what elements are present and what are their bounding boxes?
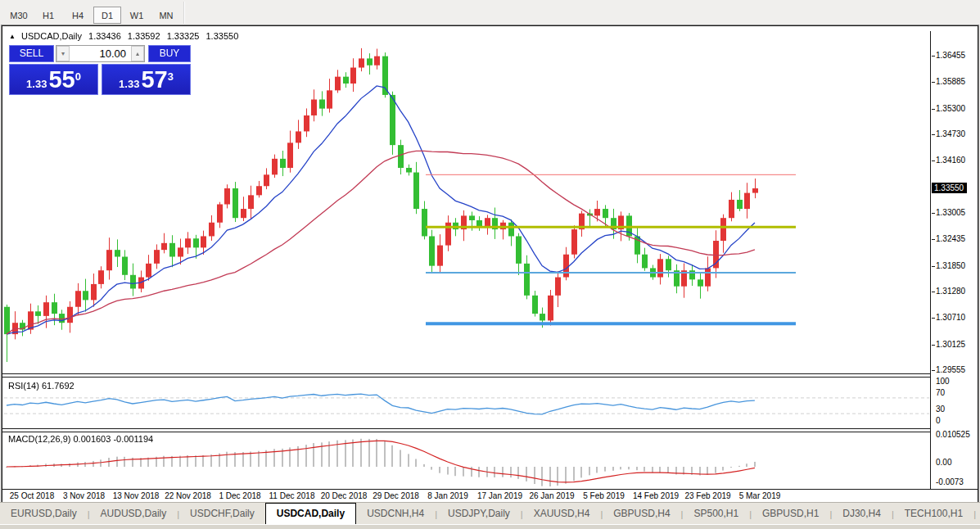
rsi-level-label: 30 bbox=[936, 405, 945, 414]
date-axis-label: 29 Dec 2018 bbox=[373, 491, 419, 500]
price-axis-label: 1.35300 bbox=[936, 104, 965, 113]
tab-usdcnhh4[interactable]: USDCNH,H4 bbox=[356, 504, 435, 524]
buy-price-big: 57 bbox=[141, 67, 167, 92]
price-axis-label: 1.32435 bbox=[936, 234, 965, 243]
date-axis-label: 3 Nov 2018 bbox=[63, 491, 105, 500]
buy-price-box[interactable]: 1.33 57 3 bbox=[102, 64, 191, 95]
timeframe-button-w1[interactable]: W1 bbox=[123, 7, 151, 24]
tab-usdcaddaily[interactable]: USDCAD,Daily bbox=[265, 503, 356, 524]
price-axis-label: 1.36455 bbox=[936, 51, 965, 60]
date-axis-label: 26 Jan 2019 bbox=[529, 491, 574, 500]
tab-sp500h1[interactable]: SP500,H1 bbox=[683, 504, 749, 524]
volume-spinner: ▾ ▴ bbox=[56, 45, 145, 62]
date-axis-label: 14 Feb 2019 bbox=[633, 491, 679, 500]
pane-separator[interactable] bbox=[2, 432, 978, 432]
date-axis-label: 23 Feb 2019 bbox=[684, 491, 730, 500]
pane-separator[interactable] bbox=[2, 428, 978, 429]
price-axis-label: 1.33005 bbox=[936, 208, 965, 217]
toolbar-separator bbox=[183, 2, 185, 24]
price-axis-label: 1.31280 bbox=[936, 287, 965, 296]
date-axis-label: 25 Oct 2018 bbox=[10, 491, 54, 500]
price-axis[interactable]: 1.364551.358851.353001.347301.341601.330… bbox=[931, 31, 978, 489]
rsi-level-label: 70 bbox=[936, 388, 945, 397]
chart-window: ▲ USDCAD,Daily 1.33436 1.33592 1.33325 1… bbox=[2, 25, 978, 502]
timeframe-toolbar: M30H1H4D1W1MN bbox=[0, 0, 980, 25]
macd-indicator-label: MACD(12,26,9) 0.001603 -0.001194 bbox=[8, 434, 153, 444]
tab-eurusddaily[interactable]: EURUSD,Daily bbox=[0, 504, 88, 524]
chart-symbol-period: USDCAD,Daily bbox=[21, 31, 82, 41]
price-chart-canvas[interactable] bbox=[4, 31, 929, 489]
sell-price-sup: 0 bbox=[75, 70, 81, 83]
timeframe-buttons: M30H1H4D1W1MN bbox=[5, 7, 180, 24]
date-axis-label: 20 Dec 2018 bbox=[321, 491, 368, 500]
price-axis-label: 1.29555 bbox=[936, 365, 965, 374]
timeframe-button-h1[interactable]: H1 bbox=[34, 7, 62, 24]
date-axis[interactable]: 25 Oct 20183 Nov 201813 Nov 201822 Nov 2… bbox=[2, 490, 978, 502]
pane-separator[interactable] bbox=[2, 377, 978, 378]
collapse-quote-icon[interactable]: ▲ bbox=[9, 33, 16, 40]
quote-open: 1.33436 bbox=[88, 31, 121, 41]
tab-usdchfdaily[interactable]: USDCHF,Daily bbox=[179, 504, 265, 524]
tab-usdjpydaily[interactable]: USDJPY,Daily bbox=[437, 504, 521, 524]
date-axis-label: 22 Nov 2018 bbox=[165, 491, 211, 500]
sell-price-small: 1.33 bbox=[26, 78, 47, 90]
buy-button[interactable]: BUY bbox=[148, 45, 191, 62]
tab-ukoil[interactable]: UKOil, bbox=[976, 504, 980, 524]
tab-audusddaily[interactable]: AUDUSD,Daily bbox=[90, 504, 178, 524]
date-axis-label: 8 Jan 2019 bbox=[427, 491, 468, 500]
sell-button[interactable]: SELL bbox=[9, 45, 54, 62]
volume-decrease-button[interactable]: ▾ bbox=[56, 46, 70, 61]
sell-price-big: 55 bbox=[48, 67, 75, 92]
price-axis-label: 1.31850 bbox=[936, 261, 965, 270]
macd-level-label: 0.010525 bbox=[936, 430, 970, 439]
sell-price-box[interactable]: 1.33 55 0 bbox=[9, 64, 98, 95]
date-axis-label: 1 Dec 2018 bbox=[219, 491, 260, 500]
tab-gbpusdh4[interactable]: GBPUSD,H4 bbox=[603, 504, 680, 524]
price-axis-label: 1.35885 bbox=[936, 77, 965, 86]
date-axis-label: 5 Feb 2019 bbox=[583, 491, 625, 500]
quote-close: 1.33550 bbox=[206, 31, 239, 41]
price-axis-label: 1.30125 bbox=[936, 340, 965, 349]
tab-dj30h4[interactable]: DJ30,H4 bbox=[832, 504, 892, 524]
rsi-level-label: 100 bbox=[936, 377, 950, 386]
rsi-level-label: 0 bbox=[936, 416, 941, 425]
tab-gbpusdh1[interactable]: GBPUSD,H1 bbox=[752, 504, 829, 524]
macd-level-label: -0.0073 bbox=[936, 477, 964, 486]
current-price-tag: 1.33550 bbox=[932, 183, 967, 193]
rsi-indicator-label: RSI(14) 61.7692 bbox=[8, 381, 75, 391]
buy-price-sup: 3 bbox=[168, 70, 174, 83]
quote-high: 1.33592 bbox=[128, 31, 160, 41]
quote-low: 1.33325 bbox=[167, 31, 200, 41]
volume-input[interactable] bbox=[70, 46, 131, 61]
status-strip bbox=[0, 524, 980, 529]
macd-level-label: 0.00 bbox=[936, 458, 951, 467]
date-axis-label: 11 Dec 2018 bbox=[269, 491, 315, 500]
timeframe-button-h4[interactable]: H4 bbox=[64, 7, 92, 24]
pane-separator[interactable] bbox=[2, 373, 978, 374]
date-axis-label: 13 Nov 2018 bbox=[113, 491, 160, 500]
volume-increase-button[interactable]: ▴ bbox=[131, 46, 144, 61]
tab-xauusdh4[interactable]: XAUUSD,H4 bbox=[523, 504, 601, 524]
price-axis-label: 1.34730 bbox=[936, 129, 965, 138]
one-click-trading-widget: SELL ▾ ▴ BUY 1.33 55 0 1.33 57 3 bbox=[9, 45, 191, 95]
chart-tab-bar: EURUSD,Daily|AUDUSD,Daily|USDCHF,DailyUS… bbox=[0, 502, 980, 524]
buy-price-small: 1.33 bbox=[119, 78, 139, 90]
price-axis-label: 1.30710 bbox=[936, 313, 965, 322]
date-axis-label: 17 Jan 2019 bbox=[477, 491, 522, 500]
chart-title: ▲ USDCAD,Daily 1.33436 1.33592 1.33325 1… bbox=[9, 31, 238, 41]
timeframe-button-mn[interactable]: MN bbox=[152, 7, 180, 24]
timeframe-button-m30[interactable]: M30 bbox=[5, 7, 33, 24]
timeframe-button-d1[interactable]: D1 bbox=[93, 7, 121, 24]
date-axis-label: 5 Mar 2019 bbox=[739, 491, 781, 500]
tab-tech100h1[interactable]: TECH100,H1 bbox=[894, 504, 973, 524]
price-axis-label: 1.34160 bbox=[936, 156, 965, 165]
